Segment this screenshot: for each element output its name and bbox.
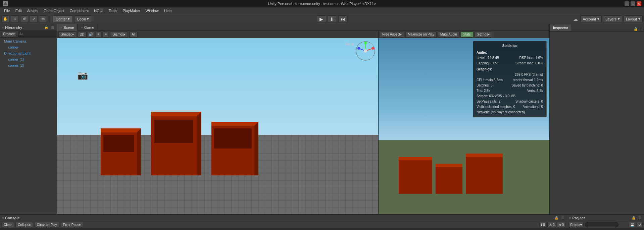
collapse-button[interactable]: Collapse [15, 222, 33, 227]
mute-audio-button[interactable]: Mute Audio [438, 32, 459, 38]
menu-file[interactable]: File [1, 8, 13, 13]
shaded-dropdown[interactable]: Shaded ▾ [58, 32, 76, 38]
scale-tool-button[interactable]: ⤢ [30, 15, 38, 23]
menu-window[interactable]: Window [143, 8, 161, 13]
menu-playmaker[interactable]: PlayMaker [120, 8, 143, 13]
hier-item-main-camera[interactable]: Main Camera [0, 38, 57, 44]
console-warning-count[interactable]: ⚠ 0 [547, 222, 556, 227]
stats-network: Network: {no players connected} [477, 110, 543, 115]
error-pause-label: Error Pause [63, 223, 81, 227]
hierarchy-toolbar: Create ▾ [0, 31, 57, 38]
scene-sky-button[interactable]: ☀ [95, 32, 101, 38]
stats-tris: Tris: 2.8k [477, 88, 490, 94]
center-button[interactable]: Center ▾ [53, 15, 73, 23]
layout-chevron: ▾ [638, 17, 640, 21]
console-info-count[interactable]: ℹ 0 [539, 222, 547, 227]
hierarchy-create-button[interactable]: Create ▾ [1, 32, 16, 37]
stats-setpass: SetPass calls: 2 [477, 99, 500, 104]
clear-on-play-label: Clear on Play [37, 223, 57, 227]
scene-all-dropdown[interactable]: All [129, 32, 138, 38]
error-icon: ⊗ [558, 223, 561, 227]
console-error-count[interactable]: ⊗ 0 [557, 222, 565, 227]
project-create-button[interactable]: Create ▾ [568, 222, 584, 227]
2d-label: 2D [80, 33, 84, 36]
game-boxes [399, 154, 503, 194]
layout-dropdown[interactable]: Layout ▾ [624, 15, 643, 23]
play-button[interactable]: ▶ [317, 15, 326, 23]
menu-help[interactable]: Help [161, 8, 175, 13]
free-aspect-label: Free Aspect [382, 33, 400, 36]
game-box-1 [399, 157, 432, 194]
hand-tool-button[interactable]: ✋ [1, 15, 9, 23]
close-button[interactable]: ✕ [637, 1, 641, 6]
box-3 [211, 122, 258, 175]
project-menu-button[interactable]: ☰ [637, 216, 642, 220]
console-tab-icon: ≡ [2, 216, 4, 220]
step-button[interactable]: ⏭ [338, 15, 348, 23]
menu-tools[interactable]: Tools [106, 8, 120, 13]
console-header: ≡ Console 🔒 ☰ [0, 215, 567, 221]
scene-2d-button[interactable]: 2D [78, 32, 87, 38]
center-chevron: ▾ [68, 17, 70, 21]
stats-button[interactable]: Stats [461, 32, 473, 38]
scene-game-tabs: ≡ Scene ≡ Game [57, 24, 549, 31]
scene-audio-button[interactable]: 🔊 [88, 32, 94, 38]
tab-inspector[interactable]: Inspector [550, 24, 572, 31]
project-save-button[interactable]: 💾 [629, 222, 636, 227]
menu-assets[interactable]: Assets [24, 8, 41, 13]
game-box-3 [466, 154, 503, 194]
tab-game[interactable]: ≡ Game [78, 24, 98, 31]
project-search-input[interactable] [585, 222, 618, 227]
clear-label: Clear [4, 223, 12, 227]
menu-gameobject[interactable]: GameObject [41, 8, 67, 13]
inspector-tabs: Inspector 🔒 ☰ [550, 24, 644, 32]
tab-scene[interactable]: ≡ Scene [57, 24, 78, 31]
maximize-on-play-button[interactable]: Maximize on Play [405, 32, 436, 38]
inspector-lock-button[interactable]: 🔒 [633, 26, 638, 31]
toolbar-divider-1 [50, 16, 50, 22]
project-header: ≡ Project 🔒 ☰ [567, 215, 644, 221]
menu-component[interactable]: Component [67, 8, 91, 13]
console-lock-button[interactable]: 🔒 [554, 216, 559, 220]
hierarchy-menu-button[interactable]: ☰ [50, 25, 55, 30]
move-tool-button[interactable]: ⊕ [11, 15, 19, 23]
stats-saved: Saved by batching: 0 [512, 83, 543, 88]
stats-skinned: Visible skinned meshes: 0 [477, 104, 515, 110]
gizmos-dropdown[interactable]: Gizmos ▾ [110, 32, 128, 38]
scene-effect-button[interactable]: ✦ [103, 32, 109, 38]
clear-on-play-button[interactable]: Clear on Play [35, 222, 59, 227]
inspector-menu-button[interactable]: ☰ [639, 26, 644, 31]
hier-item-corner-2[interactable]: corner (2) [0, 62, 57, 68]
stats-batches: Batches: 5 [477, 83, 492, 88]
minimize-button[interactable]: ─ [625, 1, 629, 6]
layers-chevron: ▾ [618, 17, 620, 21]
hier-item-corner-1[interactable]: corner (1) [0, 56, 57, 62]
hier-item-corner[interactable]: corner [0, 44, 57, 50]
hier-item-directional-light[interactable]: Directional Light [0, 50, 57, 56]
layers-dropdown[interactable]: Layers ▾ [603, 15, 622, 23]
free-aspect-dropdown[interactable]: Free Aspect ▾ [380, 32, 404, 38]
cloud-icon[interactable]: ☁ [572, 15, 579, 23]
local-button[interactable]: Local ▾ [74, 15, 92, 23]
clear-button[interactable]: Clear [1, 222, 14, 227]
project-refresh-button[interactable]: ↺ [637, 222, 643, 227]
pause-button[interactable]: ⏸ [328, 15, 337, 23]
collapse-label: Collapse [18, 223, 31, 227]
restore-button[interactable]: □ [631, 1, 635, 6]
error-pause-button[interactable]: Error Pause [61, 222, 83, 227]
scene-gizmo[interactable] [355, 41, 376, 61]
inspector-tab-label: Inspector [553, 26, 568, 30]
window-controls[interactable]: ─ □ ✕ [625, 1, 641, 6]
rotate-tool-button[interactable]: ↺ [20, 15, 28, 23]
menu-edit[interactable]: Edit [13, 8, 24, 13]
rect-tool-button[interactable]: ▭ [39, 15, 47, 23]
project-lock-button[interactable]: 🔒 [631, 216, 636, 220]
console-menu-button[interactable]: ☰ [560, 216, 565, 220]
hierarchy-lock-button[interactable]: 🔒 [44, 25, 49, 30]
svg-point-5 [364, 42, 367, 44]
hier-item-label-corner: corner [8, 45, 18, 49]
account-dropdown[interactable]: Account ▾ [580, 15, 602, 23]
game-view: Free Aspect ▾ Maximize on Play Mute Audi… [378, 31, 549, 214]
menu-ngui[interactable]: NGUI [91, 8, 106, 13]
game-gizmos-dropdown[interactable]: Gizmos ▾ [475, 32, 492, 38]
